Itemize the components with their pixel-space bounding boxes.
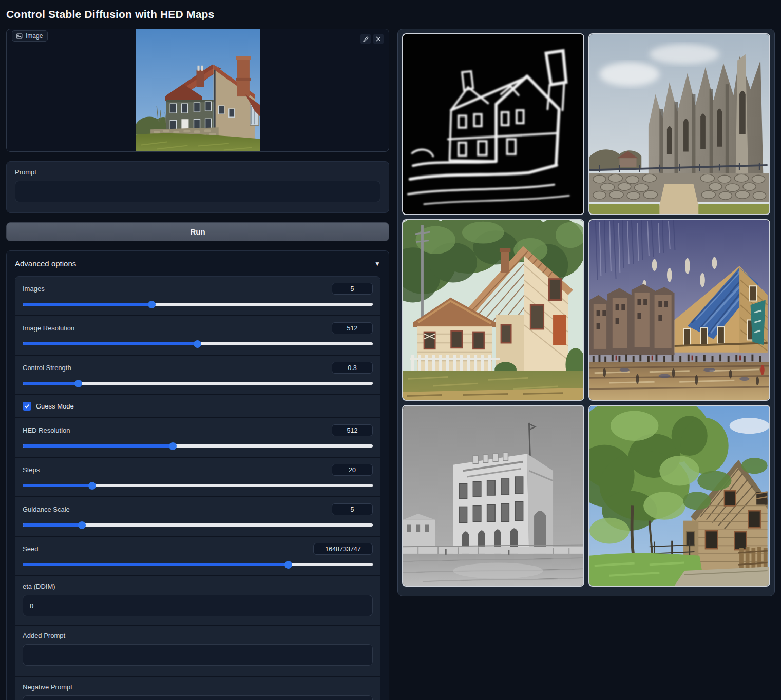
gallery-item-grayscale-building[interactable] [402, 405, 584, 587]
advanced-options-header[interactable]: Advanced options ▼ [15, 258, 380, 269]
image-component-label: Image [12, 30, 48, 42]
slider-track-seed[interactable] [23, 561, 373, 568]
gallery-item-stone-house-trees[interactable] [588, 405, 771, 587]
number-label-eta-ddim: eta (DDIM) [23, 582, 373, 590]
slider-label-image-resolution: Image Resolution [23, 324, 74, 332]
slider-track-steps[interactable] [23, 482, 373, 489]
slider-value-input-control-strength[interactable] [332, 362, 373, 374]
slider-track-images[interactable] [23, 301, 373, 308]
textarea-input-negative-prompt[interactable] [23, 695, 373, 700]
page-title: Control Stable Diffusion with HED Maps [6, 8, 775, 21]
checkbox-row: Guess Mode [15, 395, 380, 418]
slider-handle-images[interactable] [148, 301, 156, 308]
gallery-item-cathedral[interactable] [588, 33, 771, 215]
slider-track-hed-resolution[interactable] [23, 442, 373, 450]
slider-row: Steps [15, 458, 380, 497]
run-button[interactable]: Run [6, 222, 389, 241]
number-row: eta (DDIM) [15, 576, 380, 626]
image-upload-dropzone[interactable]: Image [6, 29, 389, 152]
number-input-eta-ddim[interactable] [23, 595, 373, 616]
prompt-input[interactable] [15, 181, 380, 202]
result-gallery [397, 29, 775, 596]
slider-handle-guidance-scale[interactable] [78, 521, 86, 529]
gallery-item-hed-edge-map[interactable] [402, 33, 584, 215]
slider-label-control-strength: Control Strength [23, 364, 71, 372]
slider-track-guidance-scale[interactable] [23, 521, 373, 529]
slider-label-guidance-scale: Guidance Scale [23, 505, 70, 513]
clear-image-button[interactable] [373, 34, 384, 44]
app: Control Stable Diffusion with HED Maps I… [0, 0, 781, 700]
advanced-options-accordion: Advanced options ▼ Images Image Resoluti… [6, 250, 389, 700]
slider-label-hed-resolution: HED Resolution [23, 426, 70, 434]
accordion-caret-icon: ▼ [374, 260, 380, 267]
textarea-input-added-prompt[interactable] [23, 644, 373, 666]
slider-row: Control Strength [15, 356, 380, 395]
image-actions [360, 34, 384, 44]
prompt-block: Prompt [6, 161, 389, 213]
slider-value-input-steps[interactable] [332, 464, 373, 476]
slider-handle-steps[interactable] [88, 482, 96, 490]
slider-label-seed: Seed [23, 545, 38, 553]
slider-value-input-guidance-scale[interactable] [332, 503, 373, 515]
slider-row: Seed [15, 537, 380, 576]
slider-row: HED Resolution [15, 418, 380, 458]
image-label-text: Image [26, 32, 43, 40]
slider-value-input-image-resolution[interactable] [332, 322, 373, 334]
guess-mode-checkbox-guess-mode[interactable] [23, 402, 31, 411]
slider-handle-hed-resolution[interactable] [169, 442, 177, 450]
slider-handle-control-strength[interactable] [74, 380, 82, 387]
slider-row: Guidance Scale [15, 497, 380, 537]
textarea-label-negative-prompt: Negative Prompt [23, 683, 373, 691]
controls-column: Image [6, 29, 389, 700]
image-icon [16, 33, 23, 40]
slider-label-images: Images [23, 285, 45, 293]
slider-value-input-seed[interactable] [313, 543, 373, 555]
textarea-label-added-prompt: Added Prompt [23, 632, 373, 639]
gallery-item-impressionist-street[interactable] [588, 219, 771, 401]
slider-value-input-hed-resolution[interactable] [332, 424, 373, 436]
slider-value-input-images[interactable] [332, 283, 373, 295]
slider-label-steps: Steps [23, 466, 40, 474]
advanced-options-title: Advanced options [15, 259, 76, 268]
gallery-item-cream-house[interactable] [402, 219, 584, 401]
slider-handle-seed[interactable] [284, 561, 292, 569]
uploaded-image [136, 29, 260, 152]
edit-image-button[interactable] [360, 34, 371, 44]
slider-row: Image Resolution [15, 316, 380, 356]
textarea-row: Negative Prompt [15, 677, 380, 700]
slider-track-control-strength[interactable] [23, 380, 373, 387]
prompt-label: Prompt [15, 168, 380, 176]
slider-row: Images [15, 277, 380, 316]
checkbox-label-guess-mode: Guess Mode [36, 402, 74, 410]
slider-handle-image-resolution[interactable] [194, 340, 201, 348]
main-row: Image [6, 29, 775, 700]
advanced-options-form: Images Image Resolution Control Strength [15, 276, 380, 700]
textarea-row: Added Prompt [15, 626, 380, 677]
slider-track-image-resolution[interactable] [23, 340, 373, 347]
